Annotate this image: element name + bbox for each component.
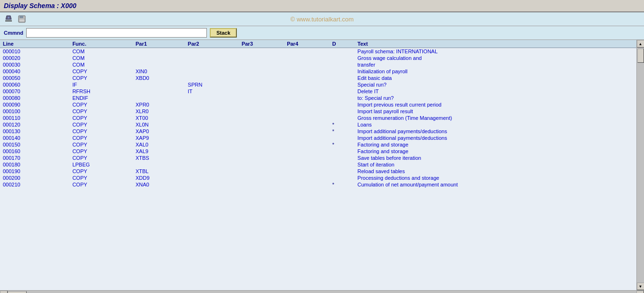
cell-14-2: XAL0 xyxy=(133,141,185,148)
table-row[interactable]: 000110COPYXT00Gross remuneration (Time M… xyxy=(0,115,636,121)
svg-point-2 xyxy=(8,17,10,19)
scroll-right-arrow[interactable]: ► xyxy=(636,291,644,293)
scroll-thumb[interactable] xyxy=(637,49,644,63)
cell-14-3 xyxy=(185,141,239,148)
table-row[interactable]: 000210COPYXNA0*Cumulation of net amount/… xyxy=(0,181,636,188)
cell-15-7: Factoring and storage xyxy=(355,148,636,155)
cell-15-1: COPY xyxy=(69,148,133,155)
cell-12-1: COPY xyxy=(69,128,133,135)
cell-18-6 xyxy=(329,168,354,175)
table-row[interactable]: 000190COPYXTBLReload saved tables xyxy=(0,168,636,175)
cell-17-5 xyxy=(284,161,329,168)
table-row[interactable]: 000100COPYXLR0Import last payroll result xyxy=(0,108,636,115)
watermark: © www.tutorialkart.com xyxy=(290,16,353,23)
cell-7-2 xyxy=(133,95,185,101)
table-row[interactable]: 000140COPYXAP9Import additional payments… xyxy=(0,135,636,141)
scroll-thumb-horizontal[interactable] xyxy=(8,291,27,293)
cell-1-2 xyxy=(133,55,185,61)
cell-8-3 xyxy=(185,101,239,108)
cell-4-5 xyxy=(284,75,329,81)
cell-6-5 xyxy=(284,88,329,95)
cell-1-1: COM xyxy=(69,55,133,61)
cell-4-7: Edit basic data xyxy=(355,75,636,81)
cell-12-4 xyxy=(239,128,284,135)
cell-16-6 xyxy=(329,155,354,161)
table-row[interactable]: 000010COMPayroll schema: INTERNATIONAL xyxy=(0,48,636,55)
cell-8-7: Import previous result current period xyxy=(355,101,636,108)
cell-9-0: 000100 xyxy=(0,108,69,115)
cell-2-3 xyxy=(185,61,239,68)
cell-18-5 xyxy=(284,168,329,175)
cell-0-2 xyxy=(133,48,185,55)
save-icon[interactable] xyxy=(17,14,27,24)
cell-15-6 xyxy=(329,148,354,155)
cell-2-5 xyxy=(284,61,329,68)
cell-13-6 xyxy=(329,135,354,141)
cell-7-3 xyxy=(185,95,239,101)
cell-18-4 xyxy=(239,168,284,175)
table-header: Line Func. Par1 Par2 Par3 Par4 D Text xyxy=(0,40,636,48)
table-row[interactable]: 000130COPYXAP0*Import additional payment… xyxy=(0,128,636,135)
cell-1-7: Gross wage calculation and xyxy=(355,55,636,61)
cell-10-5 xyxy=(284,115,329,121)
cell-9-2: XLR0 xyxy=(133,108,185,115)
scroll-down-arrow[interactable]: ▼ xyxy=(637,283,644,290)
scroll-up-arrow[interactable]: ▲ xyxy=(637,40,644,48)
stack-button[interactable]: Stack xyxy=(210,28,237,38)
cell-9-7: Import last payroll result xyxy=(355,108,636,115)
cell-10-2: XT00 xyxy=(133,115,185,121)
cell-8-5 xyxy=(284,101,329,108)
cell-0-7: Payroll schema: INTERNATIONAL xyxy=(355,48,636,55)
table-row[interactable]: 000060IFSPRNSpecial run? xyxy=(0,81,636,88)
table-row[interactable]: 000150COPYXAL0*Factoring and storage xyxy=(0,141,636,148)
table-row[interactable]: 000120COPYXL0N*Loans xyxy=(0,121,636,128)
table-row[interactable]: 000200COPYXDD9Processing deductions and … xyxy=(0,175,636,181)
table-row[interactable]: 000030COMtransfer xyxy=(0,61,636,68)
cell-2-2 xyxy=(133,61,185,68)
cell-15-5 xyxy=(284,148,329,155)
table-row[interactable]: 000040COPYXIN0Initialization of payroll xyxy=(0,68,636,75)
command-bar: Cmmnd Stack xyxy=(0,26,644,40)
cell-9-5 xyxy=(284,108,329,115)
table-row[interactable]: 000160COPYXAL9Factoring and storage xyxy=(0,148,636,155)
table-row[interactable]: 000020COMGross wage calculation and xyxy=(0,55,636,61)
cell-19-4 xyxy=(239,175,284,181)
cell-6-3: IT xyxy=(185,88,239,95)
table-row[interactable]: 000090COPYXPR0Import previous result cur… xyxy=(0,101,636,108)
cell-4-2: XBD0 xyxy=(133,75,185,81)
table-row[interactable]: 000050COPYXBD0Edit basic data xyxy=(0,75,636,81)
table-row[interactable]: 000070RFRSHITDelete IT xyxy=(0,88,636,95)
table-row[interactable]: 000170COPYXTBSSave tables before iterati… xyxy=(0,155,636,161)
cell-16-7: Save tables before iteration xyxy=(355,155,636,161)
cell-18-0: 000190 xyxy=(0,168,69,175)
cell-6-1: RFRSH xyxy=(69,88,133,95)
cell-7-7: to: Special run? xyxy=(355,95,636,101)
cell-8-0: 000090 xyxy=(0,101,69,108)
table-row[interactable]: 000180LPBEGStart of iteration xyxy=(0,161,636,168)
cell-20-0: 000210 xyxy=(0,181,69,188)
tools-icon[interactable] xyxy=(4,14,13,24)
col-par2: Par2 xyxy=(185,40,239,48)
cell-11-1: COPY xyxy=(69,121,133,128)
cell-12-3 xyxy=(185,128,239,135)
vertical-scrollbar[interactable]: ▲ ▼ xyxy=(636,40,644,290)
cell-11-5 xyxy=(284,121,329,128)
cell-15-4 xyxy=(239,148,284,155)
cell-4-3 xyxy=(185,75,239,81)
cell-13-0: 000140 xyxy=(0,135,69,141)
horizontal-scrollbar[interactable]: ◄ ► xyxy=(0,290,644,293)
cell-18-1: COPY xyxy=(69,168,133,175)
col-par4: Par4 xyxy=(284,40,329,48)
scroll-left-arrow[interactable]: ◄ xyxy=(0,291,8,293)
cell-10-3 xyxy=(185,115,239,121)
table-row[interactable]: 000080ENDIFto: Special run? xyxy=(0,95,636,101)
command-input[interactable] xyxy=(26,28,207,38)
cell-13-2: XAP9 xyxy=(133,135,185,141)
cell-10-1: COPY xyxy=(69,115,133,121)
col-line: Line xyxy=(0,40,69,48)
cell-11-0: 000120 xyxy=(0,121,69,128)
cell-8-1: COPY xyxy=(69,101,133,108)
cell-6-4 xyxy=(239,88,284,95)
cell-8-4 xyxy=(239,101,284,108)
cell-3-7: Initialization of payroll xyxy=(355,68,636,75)
